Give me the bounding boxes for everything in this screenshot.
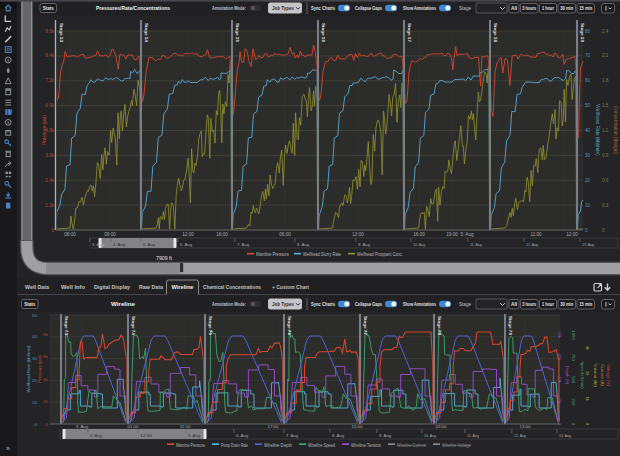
svg-text:Stage 13: Stage 13 — [59, 23, 64, 43]
svg-text:8. Aug: 8. Aug — [297, 242, 310, 247]
svg-text:2.4k: 2.4k — [45, 178, 54, 183]
svg-text:6. Aug: 6. Aug — [236, 433, 249, 438]
svg-text:Wireline: Wireline — [172, 284, 194, 290]
svg-text:3 hours: 3 hours — [522, 5, 536, 11]
svg-text:01:00: 01:00 — [128, 424, 140, 429]
svg-text:1.5: 1.5 — [602, 103, 609, 108]
svg-text:50: 50 — [585, 103, 591, 108]
svg-text:Depth (ft): Depth (ft) — [565, 366, 570, 385]
svg-text:All: All — [511, 301, 518, 307]
svg-text:0: 0 — [51, 228, 54, 233]
svg-text:12. Aug: 12. Aug — [526, 242, 538, 247]
svg-text:Stage: Stage — [459, 301, 471, 307]
svg-text:4k: 4k — [43, 377, 48, 382]
svg-text:1.2: 1.2 — [602, 128, 609, 133]
svg-text:Stage 79: Stage 79 — [508, 316, 513, 336]
svg-text:All: All — [511, 5, 518, 11]
svg-text:Wellhead Rate (bbl/min): Wellhead Rate (bbl/min) — [595, 104, 600, 156]
svg-text:12:00: 12:00 — [140, 433, 153, 438]
svg-text:12:00: 12:00 — [566, 232, 578, 237]
svg-text:7. Aug: 7. Aug — [286, 433, 299, 438]
svg-text:Mainline Pressure: Mainline Pressure — [176, 443, 205, 448]
svg-text:Show Annotations: Show Annotations — [403, 301, 436, 307]
svg-text:10. Aug: 10. Aug — [424, 433, 436, 438]
svg-text:Wireline Current: Wireline Current — [397, 443, 427, 448]
svg-text:19:00: 19:00 — [446, 232, 458, 237]
svg-text:Digital Display: Digital Display — [94, 284, 130, 290]
svg-text:Raw Data: Raw Data — [139, 284, 163, 290]
svg-text:08:00: 08:00 — [64, 232, 76, 237]
svg-text:15 min: 15 min — [579, 301, 592, 307]
svg-text:12. Aug: 12. Aug — [514, 433, 526, 438]
svg-text:1.8: 1.8 — [602, 78, 609, 83]
svg-text:Job Types: Job Types — [272, 5, 294, 11]
svg-text:Stats: Stats — [43, 5, 54, 11]
svg-text:5. Aug: 5. Aug — [188, 433, 201, 438]
svg-text:60: 60 — [585, 78, 591, 83]
svg-text:Collapse Gaps: Collapse Gaps — [355, 301, 382, 307]
svg-text:15:00: 15:00 — [352, 424, 364, 429]
svg-text:Collapse Gaps: Collapse Gaps — [355, 5, 382, 11]
svg-text:70: 70 — [585, 53, 591, 58]
svg-text:Wireline Speed: Wireline Speed — [308, 443, 335, 448]
svg-text:6. Aug: 6. Aug — [180, 242, 193, 247]
svg-text:7909 ft: 7909 ft — [156, 255, 172, 261]
svg-text:17:00: 17:00 — [268, 424, 280, 429]
svg-text:3.6k: 3.6k — [45, 153, 54, 158]
svg-text:250: 250 — [571, 398, 576, 406]
svg-text:Wireline Tension: Wireline Tension — [351, 443, 381, 448]
svg-text:Stage 18: Stage 18 — [493, 23, 498, 43]
svg-text:12:00: 12:00 — [182, 232, 194, 237]
svg-text:8.4k: 8.4k — [45, 53, 54, 58]
svg-text:0: 0 — [585, 228, 588, 233]
svg-text:750: 750 — [571, 354, 576, 362]
svg-text:500: 500 — [571, 376, 576, 384]
svg-text:4. Aug: 4. Aug — [90, 433, 103, 438]
svg-text:1 hour: 1 hour — [542, 5, 554, 11]
svg-text:9. Aug: 9. Aug — [379, 433, 392, 438]
svg-text:Pressures/Rate/Concentrations: Pressures/Rate/Concentrations — [96, 5, 171, 11]
svg-text:40: 40 — [32, 334, 37, 339]
svg-text:03:00: 03:00 — [436, 424, 448, 429]
svg-text:Speed (ft/min): Speed (ft/min) — [580, 361, 585, 389]
svg-text:Stage 73: Stage 73 — [64, 316, 69, 336]
svg-text:6k: 6k — [43, 354, 48, 359]
svg-text:9. Aug: 9. Aug — [358, 242, 371, 247]
svg-text:Pump Down Rate: Pump Down Rate — [221, 443, 248, 448]
svg-text:»: » — [6, 445, 10, 452]
svg-text:8. Aug: 8. Aug — [332, 433, 345, 438]
svg-text:13. Aug: 13. Aug — [559, 433, 571, 438]
svg-text:Stage 77: Stage 77 — [363, 316, 368, 336]
svg-text:+ Custom Chart: + Custom Chart — [272, 284, 309, 290]
svg-text:30 min: 30 min — [560, 5, 573, 11]
svg-text:5. Aug: 5. Aug — [143, 242, 156, 247]
svg-text:Tension (lbf): Tension (lbf) — [593, 363, 598, 387]
svg-text:Annotation Mode:: Annotation Mode: — [212, 301, 246, 307]
svg-text:Stage 14: Stage 14 — [144, 23, 149, 43]
svg-text:10. Aug: 10. Aug — [413, 242, 425, 247]
svg-text:Wireline Voltage: Wireline Voltage — [442, 443, 471, 448]
svg-text:1000: 1000 — [571, 330, 576, 340]
svg-text:Stage 16: Stage 16 — [321, 23, 326, 43]
svg-text:15 min: 15 min — [579, 5, 592, 11]
svg-text:Chemical Concentrations: Chemical Concentrations — [203, 284, 261, 290]
svg-text:10k: 10k — [557, 376, 562, 384]
svg-text:Wellhead Proppant Conc.: Wellhead Proppant Conc. — [357, 252, 403, 257]
svg-text:Mainline Pressure: Mainline Pressure — [256, 252, 289, 257]
svg-text:13:00: 13:00 — [352, 232, 364, 237]
svg-text:11:00: 11:00 — [530, 232, 542, 237]
svg-text:3 hours: 3 hours — [522, 301, 536, 307]
svg-text:16:00: 16:00 — [216, 232, 228, 237]
svg-text:Concentration (lbs/gal): Concentration (lbs/gal) — [613, 106, 618, 155]
svg-text:Annotation Mode:: Annotation Mode: — [212, 5, 246, 11]
svg-text:50: 50 — [32, 313, 37, 318]
svg-text:Pressure (psi): Pressure (psi) — [42, 115, 47, 145]
svg-text:Stage 17: Stage 17 — [407, 23, 412, 43]
svg-text:7. Aug: 7. Aug — [237, 242, 250, 247]
svg-text:2.4: 2.4 — [602, 29, 609, 34]
svg-text:20k: 20k — [557, 332, 562, 340]
svg-text:09:00: 09:00 — [104, 232, 116, 237]
svg-text:11. Aug: 11. Aug — [467, 433, 479, 438]
svg-text:Sync Charts: Sync Charts — [311, 5, 335, 11]
svg-text:30 min: 30 min — [560, 301, 573, 307]
